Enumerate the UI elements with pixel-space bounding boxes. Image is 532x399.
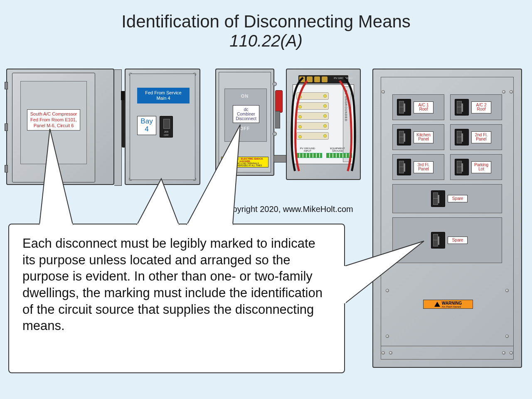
copyright-text: Copyright 2020, www.MikeHolt.com <box>222 204 353 214</box>
combiner-wires <box>287 69 360 178</box>
figure-title: Identification of Disconnecting Means 11… <box>0 0 532 50</box>
panelboard: A/C 1Roof A/C 2Roof KitchenPanel 2nd Fl.… <box>372 69 522 368</box>
pv-combiner-box: PV GROUNDED PV UNGROUNDED PV GROUND INPU… <box>286 69 361 180</box>
safety-switch-open: South A/C Compressor Fed From Room E101,… <box>6 69 114 185</box>
disconnect1-label: South A/C Compressor Fed From Room E101,… <box>27 109 80 131</box>
warning-triangle-icon <box>434 302 440 307</box>
breaker-parking: ParkingLot <box>450 154 502 180</box>
explanation-callout: Each disconnect must be legibly marked t… <box>8 224 345 373</box>
disconnect-handle <box>275 90 283 113</box>
svg-marker-1 <box>137 179 179 224</box>
breaker-spare-1: Spare <box>392 184 502 213</box>
title-line-1: Identification of Disconnecting Means <box>0 12 532 32</box>
breaker-enclosure: Fed From Service Main 4 Bay 4 ON 200 OFF <box>125 69 200 185</box>
main-breaker: ON 200 OFF <box>160 116 173 138</box>
off-label: OFF <box>216 126 273 131</box>
breaker-3rdfl: 3rd Fl.Panel <box>392 154 444 180</box>
breaker-ac2: A/C 2Roof <box>450 94 502 120</box>
breaker-cells: A/C 1Roof A/C 2Roof KitchenPanel 2nd Fl.… <box>392 94 502 267</box>
title-line-2: 110.22(A) <box>0 32 532 50</box>
on-label: ON <box>216 94 273 99</box>
disconnect2-bay-label: Bay 4 <box>137 116 156 135</box>
arc-flash-warning: WARNING Arc Flash Hazard <box>423 300 473 309</box>
dc-combiner-tag: dc Combiner Disconnect <box>233 105 259 123</box>
disconnect2-fed-from: Fed From Service Main 4 <box>137 88 190 103</box>
breaker-2ndfl: 2nd Fl.Panel <box>450 124 502 150</box>
breaker-spare-2: Spare <box>392 217 502 263</box>
breaker-ac1: A/C 1Roof <box>392 94 444 120</box>
shock-hazard-warning: WARNING - ELECTRIC SHOCK HAZARD LINE AND… <box>221 157 268 167</box>
dc-disconnect-closed: ON OFF dc Combiner Disconnect WARNING - … <box>215 69 274 176</box>
breaker-kitchen: KitchenPanel <box>392 124 444 150</box>
